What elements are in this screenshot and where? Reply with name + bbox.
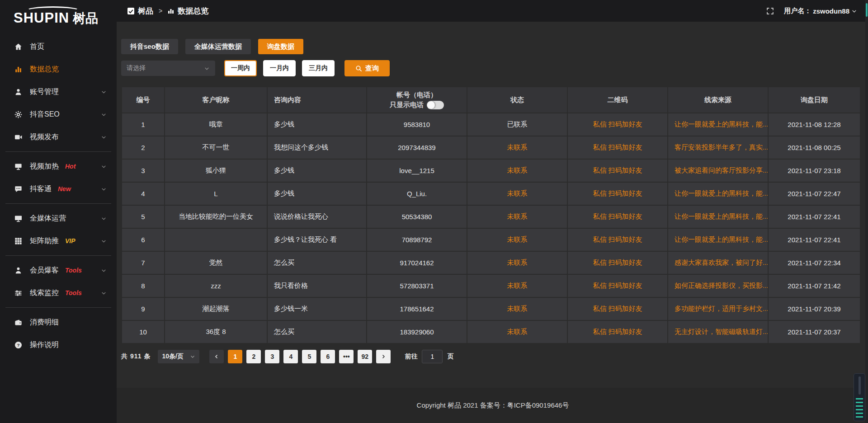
search-button[interactable]: 查询	[344, 60, 390, 76]
prev-page-button[interactable]	[209, 350, 224, 363]
cell-qrcode-links[interactable]: 私信 扫码加好友	[567, 228, 668, 251]
cell-source-link[interactable]: 无主灯设计，智能磁吸轨道灯...	[668, 320, 768, 343]
grid-icon	[14, 236, 23, 245]
cell-source-link[interactable]: 客厅安装投影半年多了，真实...	[668, 136, 768, 159]
sidebar-item-seo[interactable]: 抖音SEO	[0, 103, 117, 126]
cell-qrcode-links[interactable]: 私信 扫码加好友	[567, 251, 668, 274]
cell-qrcode-links[interactable]: 私信 扫码加好友	[567, 182, 668, 205]
sidebar-item-home[interactable]: 首页	[0, 35, 117, 58]
goto-label: 前往	[405, 352, 417, 361]
filter-select[interactable]: 请选择	[121, 61, 215, 76]
cell-source-link[interactable]: 被大家追着问的客厅投影分享...	[668, 159, 768, 182]
user-menu[interactable]: 用户名：zswodun88	[784, 7, 857, 15]
page-button-6[interactable]: 6	[321, 350, 335, 363]
cell-source-link[interactable]: 多功能护栏灯，适用于乡村文...	[668, 297, 768, 320]
cell-status: 已联系	[467, 113, 567, 136]
sliders-icon	[14, 288, 23, 297]
page-button-3[interactable]: 3	[265, 350, 279, 363]
breadcrumb-item-home[interactable]: 树品	[138, 6, 153, 16]
question-icon: ?	[14, 340, 23, 349]
cell-index: 2	[122, 136, 165, 159]
floating-widget[interactable]	[854, 373, 865, 421]
sidebar-item-label: 视频发布	[30, 132, 59, 142]
sidebar-item-help[interactable]: ?操作说明	[0, 334, 117, 356]
page-button-92[interactable]: 92	[358, 350, 372, 363]
cell-qrcode-links[interactable]: 私信 扫码加好友	[567, 274, 668, 297]
goto-page-input[interactable]	[422, 350, 443, 363]
cell-account: 183929060	[367, 320, 467, 343]
chevron-down-icon	[101, 164, 107, 169]
cell-inquiry: 我只看价格	[267, 274, 367, 297]
cell-status: 未联系	[467, 182, 567, 205]
period-button-0[interactable]: 一周内	[224, 60, 257, 76]
table-row: 6多少钱？让我死心 看70898792未联系私信 扫码加好友让你一眼就爱上的黑科…	[122, 228, 860, 251]
cell-date: 2021-11-07 23:18	[768, 159, 860, 182]
sidebar-item-label: 消费明细	[30, 318, 59, 327]
cell-qrcode-links[interactable]: 私信 扫码加好友	[567, 205, 668, 228]
chevron-down-icon	[101, 268, 107, 273]
cell-source-link[interactable]: 感谢大家喜欢我家，被问了好...	[668, 251, 768, 274]
cell-account: 50534380	[367, 205, 467, 228]
next-page-button[interactable]	[376, 350, 391, 363]
tab-0[interactable]: 抖音seo数据	[121, 39, 178, 54]
page-button-5[interactable]: 5	[302, 350, 316, 363]
cell-source-link[interactable]: 让你一眼就爱上的黑科技，能...	[668, 228, 768, 251]
page-button-4[interactable]: 4	[283, 350, 298, 363]
cell-nickname: zzz	[165, 274, 267, 297]
cell-source-link[interactable]: 如何正确选择投影仪，买投影...	[668, 274, 768, 297]
sidebar-item-clue[interactable]: 线索监控Tools	[0, 282, 117, 304]
cell-qrcode-links[interactable]: 私信 扫码加好友	[567, 113, 668, 136]
sidebar-item-expense[interactable]: 消费明细	[0, 311, 117, 334]
cell-source-link[interactable]: 让你一眼就爱上的黑科技，能...	[668, 182, 768, 205]
page-button-1[interactable]: 1	[228, 350, 242, 363]
cell-qrcode-links[interactable]: 私信 扫码加好友	[567, 136, 668, 159]
logo-arc-decoration	[26, 6, 80, 14]
sidebar-item-matrix[interactable]: 矩阵助推VIP	[0, 230, 117, 252]
sidebar-divider	[5, 203, 111, 204]
scrollbar-thumb[interactable]	[866, 3, 868, 17]
cell-date: 2021-11-07 22:47	[768, 182, 860, 205]
cell-date: 2021-11-08 12:28	[768, 113, 860, 136]
sidebar-item-media[interactable]: 全媒体运营	[0, 207, 117, 230]
period-button-1[interactable]: 一月内	[263, 60, 296, 76]
total-count: 共 911 条	[121, 352, 151, 361]
cell-source-link[interactable]: 让你一眼就爱上的黑科技，能...	[668, 205, 768, 228]
toggle-knob	[427, 101, 435, 109]
cell-qrcode-links[interactable]: 私信 扫码加好友	[567, 320, 668, 343]
filter-bar: 请选择 一周内一月内三月内 查询	[121, 60, 861, 76]
cell-date: 2021-11-07 20:39	[768, 297, 860, 320]
video-icon	[14, 132, 23, 141]
cell-qrcode-links[interactable]: 私信 扫码加好友	[567, 297, 668, 320]
sidebar-item-publish[interactable]: 视频发布	[0, 126, 117, 148]
sidebar-item-data[interactable]: 数据总览	[0, 58, 117, 80]
phone-only-toggle[interactable]	[427, 101, 444, 109]
phone-toggle-label: 只显示电话	[390, 100, 424, 110]
period-button-2[interactable]: 三月内	[302, 60, 335, 76]
cell-account: 917024162	[367, 251, 467, 274]
cell-qrcode-links[interactable]: 私信 扫码加好友	[567, 159, 668, 182]
page-size-select[interactable]: 10条/页	[158, 350, 199, 363]
sidebar-item-label: 操作说明	[30, 340, 59, 350]
fullscreen-icon[interactable]	[766, 7, 774, 15]
tab-1[interactable]: 全媒体运营数据	[185, 39, 251, 54]
page-button-2[interactable]: 2	[246, 350, 261, 363]
cell-source-link[interactable]: 让你一眼就爱上的黑科技，能...	[668, 113, 768, 136]
cell-index: 1	[122, 113, 165, 136]
table-row: 1哦章多少钱9583810已联系私信 扫码加好友让你一眼就爱上的黑科技，能...…	[122, 113, 860, 136]
brand-mark-icon	[127, 8, 134, 14]
scrollbar[interactable]	[865, 0, 868, 423]
sidebar-item-member[interactable]: 会员爆客Tools	[0, 259, 117, 282]
sidebar-item-label: 数据总览	[30, 65, 59, 74]
topbar-right: 用户名：zswodun88	[766, 7, 857, 15]
sidebar-item-heat[interactable]: 视频加热Hot	[0, 155, 117, 178]
sidebar-item-account[interactable]: 账号管理	[0, 80, 117, 103]
chevron-down-icon	[101, 134, 107, 140]
sidebar-item-douketong[interactable]: 抖客通New	[0, 178, 117, 200]
goto-unit-label: 页	[447, 352, 453, 361]
page-size-value: 10条/页	[162, 352, 183, 361]
table-body: 1哦章多少钱9583810已联系私信 扫码加好友让你一眼就爱上的黑科技，能...…	[122, 113, 860, 343]
sidebar-divider	[5, 255, 111, 256]
tab-2[interactable]: 询盘数据	[258, 39, 303, 54]
cell-inquiry: 多少钱一米	[267, 297, 367, 320]
page-ellipsis-button[interactable]: •••	[339, 350, 354, 363]
